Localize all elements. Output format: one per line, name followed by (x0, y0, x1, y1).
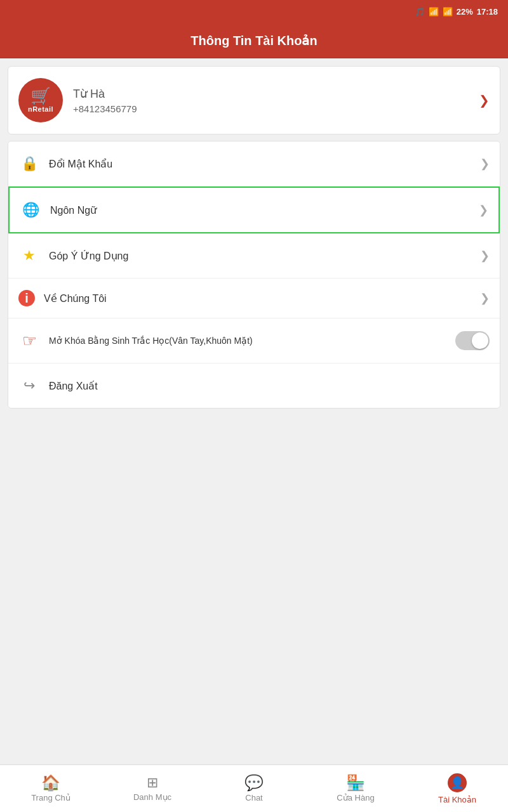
profile-info: Từ Hà +84123456779 (63, 87, 479, 114)
nav-item-chat[interactable]: 💬 Chat (203, 765, 305, 812)
avatar: 🛒 nRetail (18, 78, 63, 122)
chevron-about-icon: ❯ (480, 291, 490, 305)
nav-item-home[interactable]: 🏠 Trang Chủ (0, 765, 102, 812)
avatar-inner: 🛒 nRetail (28, 88, 53, 113)
store-icon: 🏪 (346, 775, 365, 790)
fingerprint-icon: ☞ (18, 330, 40, 351)
menu-label-about: Về Chúng Tôi (35, 292, 480, 304)
nav-item-account[interactable]: 👤 Tài Khoản (406, 765, 508, 812)
menu-item-biometric[interactable]: ☞ Mở Khóa Bằng Sinh Trắc Học(Vân Tay,Khu… (8, 318, 500, 363)
profile-card[interactable]: 🛒 nRetail Từ Hà +84123456779 ❯ (8, 66, 500, 134)
menu-item-change-password[interactable]: 🔒 Đổi Mật Khẩu ❯ (8, 141, 500, 187)
cart-icon: 🛒 (30, 88, 51, 104)
menu-item-language[interactable]: 🌐 Ngôn Ngữ ❯ (8, 187, 500, 233)
profile-phone: +84123456779 (73, 103, 479, 114)
avatar-label: nRetail (28, 105, 53, 113)
nav-label-store: Cửa Hàng (337, 793, 374, 802)
logout-icon: ↪ (18, 375, 40, 396)
nav-label-chat: Chat (245, 793, 262, 802)
status-bar: 🎵 📶 📶 22% 17:18 (0, 0, 508, 23)
biometric-toggle[interactable] (455, 331, 490, 350)
chat-icon: 💬 (244, 775, 264, 790)
time: 17:18 (477, 7, 498, 16)
account-icon: 👤 (448, 773, 467, 792)
bottom-nav: 🏠 Trang Chủ ⊞ Danh Mục 💬 Chat 🏪 Cửa Hàng… (0, 764, 508, 812)
page-title: Thông Tin Tài Khoản (190, 33, 317, 48)
page-header: Thông Tin Tài Khoản (0, 23, 508, 58)
menu-item-logout[interactable]: ↪ Đăng Xuất (8, 363, 500, 408)
menu-label-change-password: Đổi Mật Khẩu (40, 158, 480, 170)
battery-level: 22% (457, 7, 473, 16)
menu-section: 🔒 Đổi Mật Khẩu ❯ 🌐 Ngôn Ngữ ❯ ★ Góp Ý Ứn… (8, 141, 500, 409)
star-icon: ★ (18, 245, 40, 266)
nav-label-account: Tài Khoản (438, 795, 476, 804)
content-area: 🛒 nRetail Từ Hà +84123456779 ❯ 🔒 Đổi Mật… (0, 58, 508, 764)
home-icon: 🏠 (41, 775, 60, 790)
nav-item-store[interactable]: 🏪 Cửa Hàng (305, 765, 406, 812)
spacer (0, 409, 508, 764)
profile-name: Từ Hà (73, 87, 479, 101)
chevron-language-icon: ❯ (479, 203, 488, 217)
menu-item-feedback[interactable]: ★ Góp Ý Ứng Dụng ❯ (8, 233, 500, 278)
lock-icon: 🔒 (18, 153, 40, 174)
menu-item-about[interactable]: i Về Chúng Tôi ❯ (8, 278, 500, 318)
toggle-knob (472, 332, 488, 349)
menu-label-biometric: Mở Khóa Bằng Sinh Trắc Học(Vân Tay,Khuôn… (40, 336, 455, 346)
chevron-feedback-icon: ❯ (480, 249, 490, 263)
chevron-change-password-icon: ❯ (480, 157, 490, 171)
profile-chevron-icon: ❯ (479, 93, 490, 108)
bluetooth-icon: 🎵 (415, 7, 425, 16)
nav-label-home: Trang Chủ (31, 793, 70, 802)
nav-item-categories[interactable]: ⊞ Danh Mục (102, 765, 203, 812)
menu-label-logout: Đăng Xuất (40, 380, 490, 392)
menu-label-feedback: Góp Ý Ứng Dụng (40, 250, 480, 262)
signal-icon: 📶 (443, 7, 453, 16)
globe-icon: 🌐 (20, 199, 41, 221)
wifi-icon: 📶 (429, 7, 439, 16)
status-icons: 🎵 📶 📶 22% 17:18 (415, 7, 498, 16)
categories-icon: ⊞ (147, 776, 158, 790)
nav-label-categories: Danh Mục (133, 792, 171, 802)
menu-label-language: Ngôn Ngữ (41, 204, 479, 216)
info-icon: i (18, 290, 35, 306)
